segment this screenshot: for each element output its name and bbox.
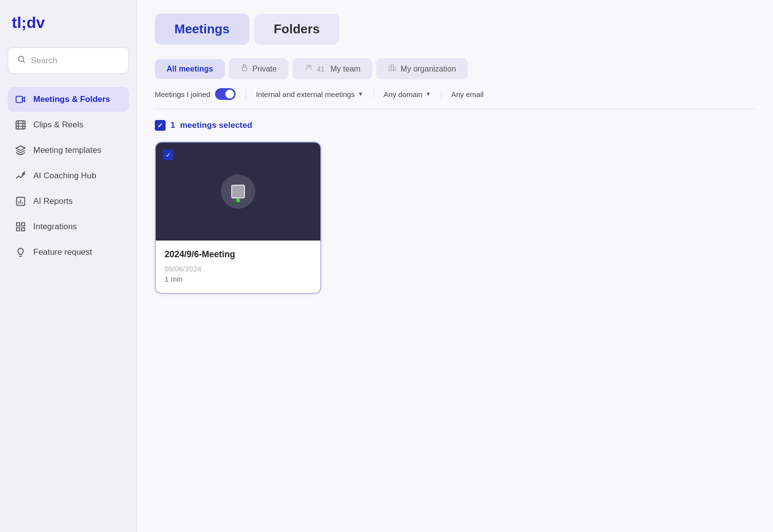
filter-tabs: All meetings Private 41 My team [155,58,755,79]
sidebar-item-ai-reports[interactable]: AI Reports [8,189,129,214]
sidebar-item-label: AI Reports [33,196,72,206]
options-bar: Meetings I joined Internal and external … [155,88,755,109]
email-dropdown[interactable]: Any email [451,90,483,98]
sidebar-item-meeting-templates[interactable]: Meeting templates [8,138,129,163]
filter-tab-label: All meetings [167,65,213,73]
coaching-icon [15,170,26,182]
meetings-type-dropdown[interactable]: Internal and external meetings ▼ [256,90,363,98]
svg-rect-16 [22,228,24,231]
chevron-down-icon: ▼ [425,91,431,97]
video-circle-icon [221,174,255,209]
domain-option: Any domain ▼ [384,90,441,98]
sidebar-nav: Meetings & Folders Clips & Reels [8,87,129,266]
search-input[interactable]: Search [8,48,129,73]
video-square-icon [231,185,245,198]
svg-line-1 [23,61,25,63]
svg-rect-15 [17,228,20,231]
search-icon [17,55,26,66]
clips-icon [15,119,26,131]
filter-tab-label: My team [331,65,361,73]
selected-bar: ✓ 1 meetings selected [155,120,755,131]
template-icon [15,145,26,156]
search-label: Search [31,56,57,66]
org-icon [388,64,397,74]
meetings-type-label: Internal and external meetings [256,90,355,98]
filter-tab-my-organization[interactable]: My organization [376,58,468,79]
card-checkbox[interactable]: ✓ [163,149,173,160]
video-icon [15,94,26,105]
sidebar-item-ai-coaching-hub[interactable]: AI Coaching Hub [8,164,129,188]
tab-folders[interactable]: Folders [254,14,339,45]
sidebar-item-label: AI Coaching Hub [33,171,97,181]
sidebar-item-label: Meeting templates [33,145,101,155]
svg-rect-21 [391,65,393,71]
grid-icon [15,221,26,233]
svg-point-18 [307,65,309,67]
sidebar-item-label: Integrations [33,222,77,232]
svg-rect-2 [16,97,23,103]
email-label: Any email [451,90,483,98]
filter-tab-label: Private [252,65,277,73]
sidebar-item-meetings-folders[interactable]: Meetings & Folders [8,87,129,112]
green-dot [236,198,240,202]
top-tabs: Meetings Folders [155,14,755,45]
svg-rect-17 [242,67,246,71]
meetings-type-option: Internal and external meetings ▼ [256,90,374,98]
main-content: Meetings Folders All meetings Private [137,0,773,532]
chevron-down-icon: ▼ [358,91,363,97]
svg-rect-3 [16,121,25,129]
reports-icon [15,195,26,207]
svg-rect-22 [394,67,396,71]
filter-tab-label: My organization [401,65,456,73]
svg-rect-13 [17,223,20,226]
card-thumbnail: ✓ [156,143,320,241]
sidebar: tl;dv Search Meetings & Folders [0,0,137,532]
tab-meetings[interactable]: Meetings [155,14,249,45]
domain-dropdown[interactable]: Any domain ▼ [384,90,431,98]
logo: tl;dv [8,14,129,32]
team-count: 41 [317,65,325,73]
card-info: 2024/9/6-Meeting 09/06/2024 1 min [156,241,320,293]
svg-point-0 [19,56,24,62]
filter-tab-my-team[interactable]: 41 My team [292,58,372,79]
sidebar-item-label: Feature request [33,247,92,257]
email-option: Any email [451,90,493,98]
meetings-joined-toggle[interactable] [215,88,236,100]
sidebar-item-label: Meetings & Folders [33,95,110,104]
team-icon [304,64,313,74]
selected-check-icon: ✓ [155,120,166,131]
domain-label: Any domain [384,90,422,98]
svg-rect-14 [22,223,24,226]
filter-tab-all-meetings[interactable]: All meetings [155,59,225,79]
sidebar-item-feature-request[interactable]: Feature request [8,240,129,265]
meetings-joined-label: Meetings I joined [155,90,210,98]
card-duration: 1 min [165,275,312,283]
sidebar-item-clips-reels[interactable]: Clips & Reels [8,113,129,137]
selected-label: meetings selected [180,121,252,130]
svg-point-8 [23,173,24,175]
lock-icon [241,64,248,74]
card-title: 2024/9/6-Meeting [165,249,312,260]
svg-rect-20 [389,66,391,71]
cards-grid: ✓ 2024/9/6-Meeting 09/06/2024 1 min [155,142,755,294]
meeting-card[interactable]: ✓ 2024/9/6-Meeting 09/06/2024 1 min [155,142,321,294]
filter-tab-private[interactable]: Private [229,58,289,79]
meetings-joined-option: Meetings I joined [155,88,246,100]
card-date: 09/06/2024 [165,265,312,273]
selected-count: 1 [170,121,175,130]
sidebar-item-label: Clips & Reels [33,120,83,130]
bulb-icon [15,246,26,258]
svg-point-19 [309,65,311,67]
sidebar-item-integrations[interactable]: Integrations [8,215,129,239]
